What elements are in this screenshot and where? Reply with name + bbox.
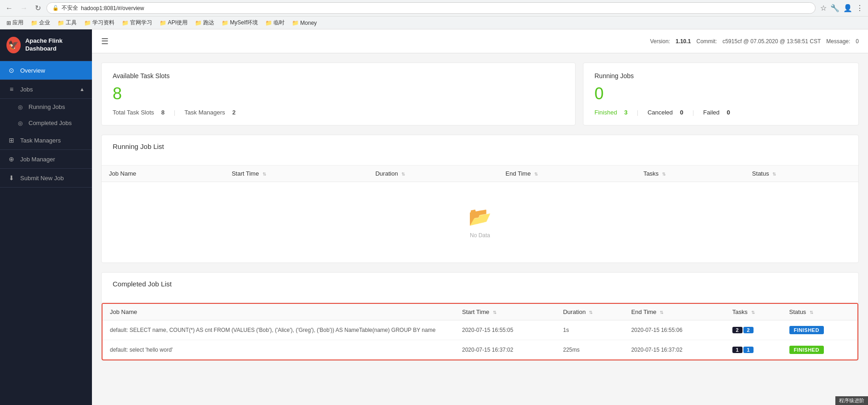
header-info: Version: 1.10.1 Commit: c5915cf @ 07.05.…	[650, 38, 859, 45]
completed-jobs-table: Job Name Start Time ⇅ Duration ⇅ End Tim…	[103, 304, 857, 359]
tasks-cell: 2 2	[725, 320, 782, 340]
overview-icon: ⊙	[7, 67, 16, 74]
completed-job-list-section: Completed Job List Job Name Start Time ⇅…	[101, 272, 859, 361]
top-header: ☰ Version: 1.10.1 Commit: c5915cf @ 07.0…	[92, 29, 868, 53]
task-badge-a: 2	[732, 327, 742, 333]
forward-button[interactable]: →	[18, 3, 29, 13]
content-area: Available Task Slots 8 Total Task Slots …	[92, 53, 868, 405]
menu-button[interactable]: ⋮	[855, 3, 864, 13]
bookmark-tools[interactable]: 📁 工具	[55, 18, 80, 28]
bookmark-money[interactable]: 📁 Money	[289, 19, 320, 27]
hamburger-button[interactable]: ☰	[101, 36, 108, 46]
logo-text: Apache Flink Dashboard	[25, 37, 86, 53]
folder-icon: 📁	[265, 20, 272, 26]
col-status: Status ⇅	[745, 165, 858, 182]
running-job-list-section: Running Job List Job Name Start Time ⇅ D…	[101, 135, 859, 263]
completed-jobs-header-row: Job Name Start Time ⇅ Duration ⇅ End Tim…	[103, 304, 857, 320]
sort-icon: ⇅	[662, 171, 666, 177]
sidebar-logo: 🦅 Apache Flink Dashboard	[0, 29, 92, 61]
sidebar-item-completed-jobs[interactable]: ◎ Completed Jobs	[0, 115, 92, 131]
bookmark-learning[interactable]: 📁 学习资料	[81, 18, 117, 28]
folder-icon: 📁	[57, 20, 64, 26]
job-name-cell: default: select 'hello word'	[103, 340, 455, 360]
folder-icon: 📁	[222, 20, 228, 26]
tasks-container: 1 1	[732, 347, 775, 353]
managers-value: 2	[232, 109, 235, 116]
main-content: ☰ Version: 1.10.1 Commit: c5915cf @ 07.0…	[92, 29, 868, 405]
account-button[interactable]: 👤	[842, 3, 853, 13]
commit-value: c5915cf @ 07.05.2020 @ 13:58:51 CST	[722, 38, 821, 45]
security-icon: 🔓	[52, 5, 59, 11]
failed-label: Failed	[703, 109, 720, 116]
bottom-bar-text: 程序猿进阶	[839, 398, 864, 403]
security-label: 不安全	[62, 4, 78, 12]
status-badge: FINISHED	[789, 346, 824, 354]
jobs-chevron-icon: ▲	[80, 86, 85, 92]
bookmark-paoda[interactable]: 📁 跑达	[192, 18, 217, 28]
bookmark-star-button[interactable]: ☆	[819, 3, 828, 13]
bookmark-apps[interactable]: ⊞ 应用	[4, 18, 26, 28]
end-time-cell: 2020-07-15 16:55:06	[624, 320, 725, 340]
running-job-list-title: Running Job List	[113, 143, 847, 150]
folder-icon: 📁	[84, 20, 91, 26]
sort-icon: ⇅	[493, 310, 497, 315]
bookmark-official[interactable]: 📁 官网学习	[119, 18, 155, 28]
bookmark-myself[interactable]: 📁 MySelf环境	[219, 18, 261, 28]
folder-icon: 📁	[292, 20, 299, 26]
extensions-button[interactable]: 🔧	[829, 3, 840, 13]
sort-icon: ⇅	[401, 171, 405, 177]
tasks-container: 2 2	[732, 327, 775, 333]
tasks-cell: 1 1	[725, 340, 782, 360]
bookmark-api[interactable]: 📁 API使用	[157, 18, 190, 28]
running-job-list-header: Running Job List	[102, 135, 858, 165]
running-jobs-table: Job Name Start Time ⇅ Duration ⇅ End Tim…	[102, 165, 858, 262]
bookmark-temp[interactable]: 📁 临时	[263, 18, 287, 28]
canceled-label: Canceled	[647, 109, 673, 116]
sidebar-item-jobs[interactable]: ≡ Jobs ▲	[0, 80, 92, 99]
jobs-icon: ≡	[7, 86, 16, 93]
bottom-bar: 程序猿进阶	[835, 396, 868, 405]
available-task-slots-card: Available Task Slots 8 Total Task Slots …	[101, 63, 576, 125]
sidebar-item-job-manager[interactable]: ⊕ Job Manager	[0, 150, 92, 169]
apps-icon: ⊞	[6, 20, 11, 26]
total-slots-label: Total Task Slots	[113, 109, 154, 116]
col-tasks: Tasks ⇅	[725, 304, 782, 320]
running-jobs-card: Running Jobs 0 Finished 3 | Canceled 0 |	[583, 63, 859, 125]
message-label: Message:	[826, 38, 850, 45]
col-end-time: End Time ⇅	[624, 304, 725, 320]
address-bar[interactable]: 🔓 不安全 hadoop1:8081/#/overview	[46, 2, 816, 14]
back-button[interactable]: ←	[4, 3, 15, 13]
col-duration: Duration ⇅	[556, 304, 624, 320]
folder-icon: 📁	[31, 20, 38, 26]
canceled-stat: Canceled 0	[647, 109, 683, 116]
running-jobs-value: 0	[594, 84, 847, 103]
col-tasks: Tasks ⇅	[636, 165, 744, 182]
task-badge-b: 2	[743, 327, 754, 333]
task-slots-title: Available Task Slots	[113, 72, 564, 80]
canceled-value: 0	[680, 109, 683, 116]
refresh-button[interactable]: ↻	[33, 3, 43, 13]
no-data-row: 📂 No Data	[102, 182, 858, 263]
total-slots-value: 8	[161, 109, 165, 116]
task-badge-b: 1	[743, 347, 754, 353]
cards-row: Available Task Slots 8 Total Task Slots …	[101, 63, 859, 125]
folder-icon: 📁	[122, 20, 129, 26]
start-time-cell: 2020-07-15 16:37:02	[455, 340, 556, 360]
sidebar-item-task-managers[interactable]: ⊞ Task Managers	[0, 131, 92, 150]
sidebar-item-submit-job[interactable]: ⬇ Submit New Job	[0, 169, 92, 188]
folder-icon: 📁	[160, 20, 166, 26]
bookmark-enterprise[interactable]: 📁 企业	[28, 18, 53, 28]
sidebar-item-overview[interactable]: ⊙ Overview	[0, 61, 92, 80]
col-start-time: Start Time ⇅	[455, 304, 556, 320]
task-managers-stat: Task Managers 2	[184, 109, 235, 116]
duration-cell: 225ms	[556, 340, 624, 360]
col-job-name: Job Name	[102, 165, 224, 182]
sidebar-item-running-jobs[interactable]: ◎ Running Jobs	[0, 99, 92, 115]
status-cell: FINISHED	[782, 320, 857, 340]
no-data-text: No Data	[127, 232, 833, 239]
col-duration: Duration ⇅	[368, 165, 498, 182]
task-slots-value: 8	[113, 84, 564, 103]
sidebar-label-overview: Overview	[20, 67, 45, 74]
running-jobs-title: Running Jobs	[594, 72, 847, 80]
total-task-slots-stat: Total Task Slots 8	[113, 109, 165, 116]
